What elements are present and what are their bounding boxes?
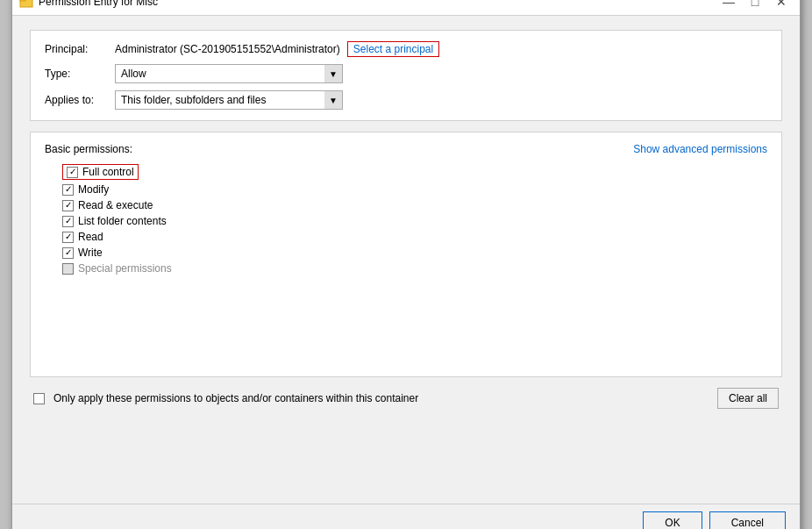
window-icon — [19, 0, 33, 9]
only-apply-checkbox[interactable] — [33, 393, 45, 404]
principal-row: Principal: Administrator (SC-20190515155… — [45, 41, 767, 57]
principal-label: Principal: — [45, 43, 115, 55]
ok-button[interactable]: OK — [643, 511, 702, 529]
permission-label: Read — [78, 231, 103, 243]
applies-to-label: Applies to: — [45, 94, 115, 106]
window-content: Principal: Administrator (SC-20190515155… — [12, 16, 800, 504]
permission-label: Special permissions — [78, 262, 172, 275]
permission-label: Read & execute — [78, 199, 153, 211]
applies-to-dropdown[interactable]: This folder, subfolders and files ▼ — [115, 90, 343, 110]
show-advanced-link[interactable]: Show advanced permissions — [633, 143, 767, 155]
permission-item: Full control — [62, 164, 139, 180]
window-title: Permission Entry for Misc — [39, 0, 717, 8]
permission-label: Write — [78, 247, 103, 259]
permission-checkbox[interactable] — [62, 216, 74, 227]
applies-to-dropdown-value: This folder, subfolders and files — [121, 94, 337, 106]
permissions-section: Basic permissions: Show advanced permiss… — [30, 132, 782, 377]
permission-item: Read — [62, 231, 767, 243]
permission-checkbox[interactable] — [67, 167, 78, 178]
principal-value: Administrator (SC-201905151552\Administr… — [115, 43, 340, 55]
permission-label: Modify — [78, 183, 109, 196]
top-section: Principal: Administrator (SC-20190515155… — [30, 30, 782, 121]
applies-to-row: Applies to: This folder, subfolders and … — [45, 90, 767, 110]
title-bar: Permission Entry for Misc — □ ✕ — [12, 0, 800, 16]
permissions-header: Basic permissions: Show advanced permiss… — [45, 143, 767, 155]
permissions-list: Full controlModifyRead & executeList fol… — [45, 164, 767, 275]
cancel-button[interactable]: Cancel — [709, 511, 786, 529]
spacer — [30, 419, 782, 490]
permission-checkbox — [62, 263, 74, 275]
permission-item: Modify — [62, 183, 767, 196]
type-dropdown-arrow: ▼ — [324, 65, 342, 82]
permission-item: List folder contents — [62, 215, 767, 227]
select-principal-button[interactable]: Select a principal — [347, 41, 439, 57]
window-controls: — □ ✕ — [717, 0, 793, 11]
permission-checkbox[interactable] — [62, 184, 74, 196]
close-button[interactable]: ✕ — [770, 0, 793, 11]
permission-item: Write — [62, 247, 767, 259]
permission-item: Special permissions — [62, 262, 767, 275]
clear-all-button[interactable]: Clear all — [717, 388, 779, 409]
type-row: Type: Allow ▼ — [45, 64, 767, 83]
permission-label: List folder contents — [78, 215, 167, 227]
only-apply-row: Only apply these permissions to objects … — [33, 392, 418, 404]
footer: OK Cancel — [12, 504, 800, 529]
permission-label: Full control — [82, 166, 134, 178]
type-dropdown-value: Allow — [121, 68, 337, 80]
svg-rect-1 — [20, 0, 25, 1]
minimize-button[interactable]: — — [717, 0, 740, 11]
bottom-row: Only apply these permissions to objects … — [30, 388, 782, 409]
only-apply-label: Only apply these permissions to objects … — [53, 392, 418, 404]
permissions-title: Basic permissions: — [45, 143, 132, 155]
type-label: Type: — [45, 68, 115, 80]
permission-entry-window: Permission Entry for Misc — □ ✕ Principa… — [11, 0, 801, 529]
permission-checkbox[interactable] — [62, 232, 74, 243]
permission-item: Read & execute — [62, 199, 767, 211]
permission-checkbox[interactable] — [62, 200, 74, 211]
svg-rect-0 — [20, 0, 32, 7]
maximize-button[interactable]: □ — [744, 0, 766, 11]
applies-to-dropdown-arrow: ▼ — [324, 91, 342, 109]
type-dropdown[interactable]: Allow ▼ — [115, 64, 343, 83]
permission-checkbox[interactable] — [62, 247, 74, 259]
